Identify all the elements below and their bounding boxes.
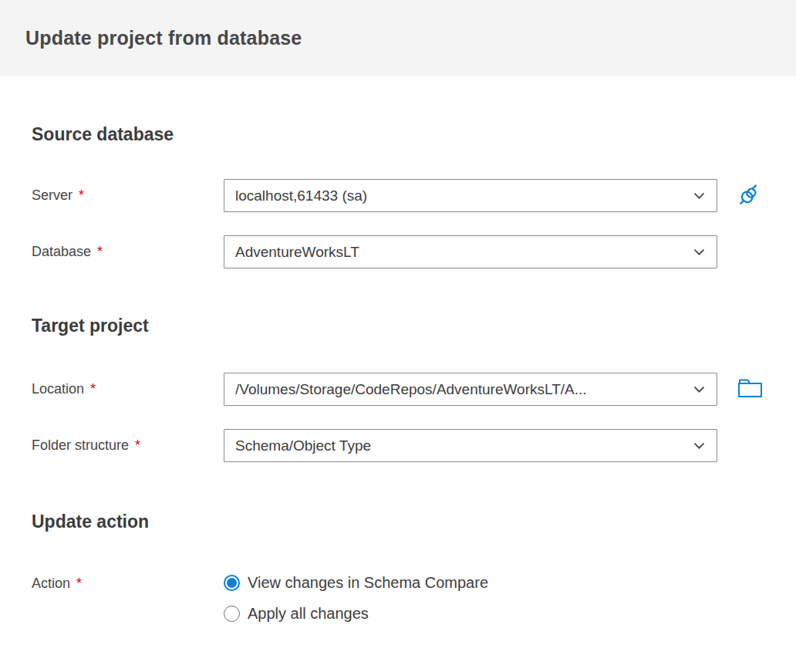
chevron-down-icon bbox=[692, 188, 707, 203]
action-radio-group: View changes in Schema Compare Apply all… bbox=[224, 573, 488, 623]
section-heading-source-database: Source database bbox=[32, 123, 796, 145]
radio-option-label: View changes in Schema Compare bbox=[248, 574, 488, 592]
dialog-body: Source database Server* localhost,61433 … bbox=[0, 123, 796, 623]
location-label: Location* bbox=[32, 381, 224, 397]
required-asterisk: * bbox=[90, 381, 96, 397]
required-asterisk: * bbox=[76, 576, 82, 591]
required-asterisk: * bbox=[135, 437, 140, 453]
database-dropdown[interactable]: AdventureWorksLT bbox=[224, 235, 717, 268]
dialog-header: Update project from database bbox=[0, 0, 796, 76]
folder-structure-label-text: Folder structure bbox=[32, 437, 129, 453]
database-label: Database* bbox=[32, 244, 224, 260]
radio-option-apply-all[interactable]: Apply all changes bbox=[224, 604, 488, 623]
database-field-row: Database* AdventureWorksLT bbox=[32, 235, 796, 268]
chevron-down-icon bbox=[692, 382, 707, 397]
required-asterisk: * bbox=[79, 187, 84, 203]
dialog-title: Update project from database bbox=[25, 27, 302, 49]
server-dropdown-value: localhost,61433 (sa) bbox=[235, 187, 684, 204]
database-dropdown-value: AdventureWorksLT bbox=[235, 244, 684, 261]
action-label: Action* bbox=[32, 573, 224, 593]
server-dropdown[interactable]: localhost,61433 (sa) bbox=[224, 179, 717, 212]
folder-structure-dropdown-value: Schema/Object Type bbox=[235, 437, 684, 454]
server-field-row: Server* localhost,61433 (sa) bbox=[32, 179, 796, 212]
location-label-text: Location bbox=[32, 381, 84, 397]
section-heading-update-action: Update action bbox=[32, 511, 796, 532]
folder-structure-field-row: Folder structure* Schema/Object Type bbox=[32, 429, 796, 462]
connect-button[interactable] bbox=[735, 181, 764, 211]
folder-structure-dropdown[interactable]: Schema/Object Type bbox=[224, 429, 717, 462]
database-label-text: Database bbox=[32, 244, 91, 259]
server-label-text: Server bbox=[32, 187, 73, 203]
folder-icon bbox=[737, 377, 763, 401]
location-dropdown-value: /Volumes/Storage/CodeRepos/AdventureWork… bbox=[235, 381, 684, 398]
browse-folder-button[interactable] bbox=[735, 375, 764, 404]
chevron-down-icon bbox=[692, 245, 707, 259]
update-project-dialog: Update project from database Source data… bbox=[0, 0, 796, 672]
radio-option-view-changes[interactable]: View changes in Schema Compare bbox=[224, 573, 488, 592]
server-label: Server* bbox=[32, 187, 224, 204]
radio-selected-icon[interactable] bbox=[224, 575, 240, 591]
location-dropdown[interactable]: /Volumes/Storage/CodeRepos/AdventureWork… bbox=[224, 373, 717, 406]
radio-option-label: Apply all changes bbox=[248, 605, 369, 623]
action-label-text: Action bbox=[32, 576, 70, 591]
action-field-row: Action* View changes in Schema Compare A… bbox=[32, 573, 796, 623]
chevron-down-icon bbox=[692, 438, 707, 453]
folder-structure-label: Folder structure* bbox=[32, 437, 224, 454]
plug-icon bbox=[735, 180, 764, 211]
location-field-row: Location* /Volumes/Storage/CodeRepos/Adv… bbox=[32, 373, 796, 406]
section-heading-target-project: Target project bbox=[32, 315, 796, 336]
radio-unselected-icon[interactable] bbox=[224, 606, 240, 622]
required-asterisk: * bbox=[97, 244, 103, 259]
